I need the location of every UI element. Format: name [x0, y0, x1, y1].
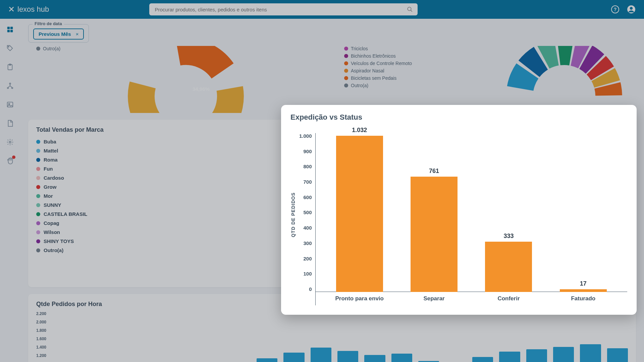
ytick-label: 1.400	[36, 345, 46, 350]
legend-label: Outro(a)	[43, 46, 60, 51]
plot-area: 1.03276133317 Pronto para envioSepararCo…	[315, 133, 627, 305]
ytick-label: 200	[299, 256, 312, 261]
ytick-label: 2.000	[36, 320, 46, 324]
svg-rect-16	[7, 102, 13, 107]
legend-dot-icon	[36, 248, 40, 252]
legend-dot-icon	[344, 69, 348, 73]
svg-line-1	[411, 10, 412, 12]
legend-dot-icon	[36, 239, 40, 243]
ytick-label: 0	[299, 286, 312, 292]
nav-document-icon[interactable]	[5, 119, 15, 128]
legend-item: Outro(a)	[344, 83, 412, 88]
legend-label: Wilson	[44, 229, 60, 235]
yaxis-title: QTD DE PEDIDOS	[290, 192, 296, 237]
date-filter-value: Previous Mês	[39, 31, 71, 37]
left-nav	[0, 19, 20, 362]
bar-value-label: 333	[503, 233, 514, 240]
yaxis-ticks: 1.0009008007006005004003002001000	[296, 124, 315, 305]
legend-label: CASTELA BRASIL	[44, 211, 87, 217]
xaxis-label: Pronto para envio	[333, 292, 386, 305]
search-input[interactable]	[149, 3, 418, 15]
hourly-bar	[283, 353, 304, 362]
nav-image-icon[interactable]	[5, 100, 15, 109]
hourly-bar	[391, 354, 412, 362]
legend-item: Outro(a)	[36, 46, 60, 51]
search-icon[interactable]	[407, 6, 413, 12]
bar-value-label: 17	[580, 280, 587, 287]
ytick-label: 900	[299, 148, 312, 154]
bars-container: 1.03276133317	[316, 133, 627, 292]
top-right-chart: TriciclosBichinhos EletrônicosVeículos d…	[336, 46, 636, 113]
help-icon[interactable]: ?	[610, 5, 620, 14]
bar-value-label: 761	[429, 168, 439, 175]
legend-item: Bichinhos Eletrônicos	[344, 53, 412, 59]
svg-point-15	[12, 87, 13, 89]
svg-point-18	[9, 141, 11, 143]
legend-dot-icon	[36, 140, 40, 144]
bar-rect	[336, 136, 383, 292]
hourly-bar	[526, 349, 547, 362]
svg-rect-8	[7, 30, 10, 32]
legend-label: Bichinhos Eletrônicos	[351, 53, 396, 59]
svg-rect-9	[10, 30, 13, 32]
legend-label: Buba	[44, 139, 56, 144]
date-filter-chip[interactable]: Previous Mês ×	[33, 28, 84, 40]
brand-name: lexos hub	[17, 5, 49, 14]
hourly-bar	[499, 352, 520, 362]
legend-label: Bicicletas sem Pedais	[351, 75, 396, 81]
legend-label: Mattel	[44, 148, 58, 154]
svg-point-14	[7, 87, 9, 89]
ytick-label: 1.800	[36, 328, 46, 333]
account-icon[interactable]	[627, 5, 636, 14]
nav-hierarchy-icon[interactable]	[5, 81, 15, 90]
nav-hand-icon[interactable]	[5, 156, 15, 166]
half-donut-right	[500, 46, 628, 113]
legend-dot-icon	[36, 176, 40, 180]
nav-settings-icon[interactable]	[5, 137, 15, 147]
date-filter-clear-icon[interactable]: ×	[76, 31, 79, 37]
xaxis-label: Separar	[407, 292, 461, 305]
svg-point-17	[8, 103, 10, 105]
topbar: ✕ lexos hub ?	[0, 0, 644, 19]
nav-clipboard-icon[interactable]	[5, 62, 15, 72]
legend-dot-icon	[36, 185, 40, 189]
hourly-bar	[311, 348, 331, 362]
legend-dot-icon	[36, 203, 40, 207]
popup-title: Expedição vs Status	[290, 113, 627, 122]
legend-label: Outro(a)	[44, 247, 63, 253]
legend-label: Veículos de Controle Remoto	[351, 61, 412, 66]
bar-column: 17	[556, 280, 610, 292]
legend-dot-icon	[36, 158, 40, 162]
legend-label: Triciclos	[351, 46, 368, 51]
logo-mark-icon: ✕	[8, 5, 15, 14]
legend-item: Bicicletas sem Pedais	[344, 75, 412, 81]
legend-dot-icon	[36, 212, 40, 216]
half-donut-left	[122, 46, 250, 113]
bar-column: 333	[482, 233, 535, 292]
hourly-bar	[257, 358, 277, 362]
nav-dashboard-icon[interactable]	[5, 25, 15, 34]
top-charts-row: Outro(a) 34,96% TriciclosBichinhos Eletr…	[28, 46, 636, 113]
legend-label: Fun	[44, 166, 53, 172]
ytick-label: 400	[299, 225, 312, 231]
legend-dot-icon	[36, 221, 40, 225]
bar-rect	[411, 177, 458, 292]
ytick-label: 300	[299, 240, 312, 246]
legend-dot-icon	[344, 54, 348, 58]
hourly-bar	[553, 347, 574, 362]
date-filter-legend: Filtro de data	[33, 21, 64, 26]
brand-logo: ✕ lexos hub	[8, 5, 49, 14]
top-right-legend: TriciclosBichinhos EletrônicosVeículos d…	[344, 46, 412, 88]
hourly-bar	[364, 355, 385, 362]
ytick-label: 600	[299, 194, 312, 200]
top-left-legend: Outro(a)	[36, 46, 60, 51]
legend-dot-icon	[344, 61, 348, 65]
legend-dot-icon	[36, 167, 40, 171]
svg-rect-6	[7, 27, 10, 29]
hourly-bars	[203, 324, 628, 362]
ytick-label: 1.000	[299, 133, 312, 139]
date-filter: Filtro de data Previous Mês ×	[28, 24, 89, 43]
nav-tag-icon[interactable]	[5, 44, 15, 53]
svg-rect-7	[10, 27, 13, 29]
bar-chart: QTD DE PEDIDOS 1.00090080070060050040030…	[290, 124, 627, 305]
